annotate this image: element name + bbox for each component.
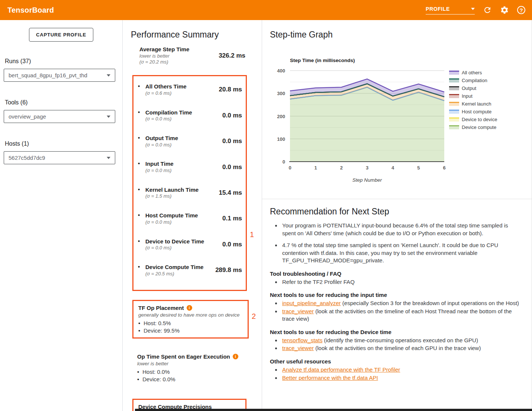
metric-row: Output Time (σ = 0.0 ms) 0.0 ms bbox=[138, 135, 242, 148]
svg-text:Output: Output bbox=[462, 85, 476, 91]
link-tensorflow-stats[interactable]: tensorflow_stats bbox=[282, 337, 322, 343]
svg-text:All others: All others bbox=[462, 70, 482, 75]
annotation-box-2: TF Op Placement generally desired to hav… bbox=[132, 300, 249, 339]
section-heading: Other useful resources bbox=[270, 357, 522, 365]
list-item: Refer to the TF2 Profiler FAQ bbox=[281, 278, 522, 286]
tf-op-placement-note: generally desired to have more ops on de… bbox=[133, 312, 244, 319]
list-item: Device: 99.5% bbox=[133, 327, 244, 334]
hosts-select-value: 5627c5dd7dc9 bbox=[9, 155, 45, 161]
runs-select[interactable]: bert_squad_8gpu_fp16_pvt_thd bbox=[4, 69, 115, 82]
list-item: trace_viewer (look at the activities on … bbox=[281, 308, 522, 323]
metric-row: Kernel Launch Time (σ = 1.5 ms) 15.4 ms bbox=[138, 186, 242, 200]
bullet-icon bbox=[138, 83, 145, 89]
metric-row: Input Time (σ = 0.0 ms) 0.0 ms bbox=[138, 160, 242, 174]
runs-label: Runs (37) bbox=[5, 58, 122, 65]
refresh-icon[interactable] bbox=[483, 6, 492, 14]
metric-row: Host Compute Time (σ = 0.0 ms) 0.1 ms bbox=[138, 212, 242, 225]
svg-text:Host compute: Host compute bbox=[462, 109, 491, 114]
dashboard-selector[interactable]: PROFILE bbox=[426, 6, 475, 14]
svg-text:0: 0 bbox=[288, 165, 291, 171]
metric-row: Device to Device Time (σ = 0.0 ms) 0.0 m… bbox=[138, 238, 242, 251]
performance-summary-title: Performance Summary bbox=[131, 30, 262, 40]
next-section-divider bbox=[135, 409, 532, 411]
performance-summary-panel: Performance Summary Average Step Time lo… bbox=[123, 20, 262, 411]
svg-text:2: 2 bbox=[340, 165, 343, 171]
bullet-icon bbox=[138, 186, 145, 192]
metric-note: lower is better bbox=[139, 53, 219, 59]
list-item: input_pipeline_analyzer (especially Sect… bbox=[281, 300, 522, 307]
svg-text:3: 3 bbox=[366, 165, 368, 171]
svg-text:4: 4 bbox=[391, 165, 394, 171]
step-time-graph-title: Step-time Graph bbox=[270, 30, 532, 40]
svg-text:400: 400 bbox=[277, 68, 285, 74]
tools-select[interactable]: overview_page bbox=[4, 110, 115, 123]
svg-text:5: 5 bbox=[417, 165, 420, 171]
section-heading: Next tools to use for reducing the input… bbox=[270, 291, 522, 299]
app-title: TensorBoard bbox=[7, 6, 54, 14]
bullet-icon bbox=[138, 109, 145, 115]
bullet-icon bbox=[138, 238, 145, 244]
metric-sigma: (σ = 20.2 ms) bbox=[139, 59, 219, 65]
chevron-down-icon bbox=[107, 116, 110, 118]
annotation-number-1: 1 bbox=[250, 230, 254, 239]
list-item: Host: 0.5% bbox=[133, 320, 244, 327]
bullet-icon bbox=[138, 135, 145, 141]
average-step-time-row: Average Step Time lower is better (σ = 2… bbox=[131, 46, 245, 65]
section-heading: Next tools to use for reducing the Devic… bbox=[270, 328, 522, 336]
svg-text:1: 1 bbox=[315, 165, 317, 171]
list-item: Device: 0.0% bbox=[132, 376, 258, 383]
tf-op-placement-title: TF Op Placement bbox=[138, 304, 184, 312]
list-item: tensorflow_stats (identify the time-cons… bbox=[281, 337, 522, 344]
svg-text:6: 6 bbox=[443, 165, 445, 171]
recommendation-section: Recommendation for Next Step Your progra… bbox=[262, 199, 532, 382]
tools-select-value: overview_page bbox=[9, 113, 46, 120]
link-analyze-tfdata-performance[interactable]: Analyze tf.data performance with the TF … bbox=[282, 366, 400, 373]
svg-text:Step Time (in milliseconds): Step Time (in milliseconds) bbox=[290, 58, 355, 63]
list-item: Analyze tf.data performance with the TF … bbox=[281, 366, 522, 374]
annotation-number-2: 2 bbox=[252, 312, 256, 321]
info-icon[interactable] bbox=[187, 305, 192, 311]
eager-title: Op Time Spent on Eager Execution bbox=[137, 353, 230, 360]
metric-row: Compilation Time (σ = 0.0 ms) 0.0 ms bbox=[138, 109, 242, 122]
list-item: Host: 0.0% bbox=[132, 368, 258, 376]
app-header: TensorBoard PROFILE bbox=[0, 0, 532, 20]
gear-icon[interactable] bbox=[500, 6, 509, 14]
bullet-icon bbox=[138, 160, 145, 166]
list-item: Better performance with the tf.data API bbox=[281, 374, 522, 382]
recommendation-bullet: Your program is POTENTIALLY input-bound … bbox=[281, 222, 522, 237]
metric-row: All Others Time (σ = 0.6 ms) 20.8 ms bbox=[138, 83, 242, 96]
svg-text:200: 200 bbox=[277, 114, 285, 119]
svg-text:Input: Input bbox=[462, 93, 473, 99]
recommendation-bullet: 4.7 % of the total step time sampled is … bbox=[281, 242, 522, 265]
hosts-select[interactable]: 5627c5dd7dc9 bbox=[4, 151, 115, 164]
metric-value: 326.2 ms bbox=[219, 52, 245, 59]
step-time-chart: 01002003004000123456Step Time (in millis… bbox=[262, 57, 531, 185]
link-better-performance-tfdata[interactable]: Better performance with the tf.data API bbox=[282, 375, 378, 381]
svg-text:100: 100 bbox=[277, 136, 285, 142]
help-icon[interactable] bbox=[517, 6, 525, 14]
hosts-label: Hosts (1) bbox=[5, 140, 122, 147]
link-input-pipeline-analyzer[interactable]: input_pipeline_analyzer bbox=[282, 300, 341, 306]
capture-profile-button[interactable]: CAPTURE PROFILE bbox=[29, 28, 93, 42]
tools-label: Tools (6) bbox=[5, 99, 122, 106]
info-icon[interactable] bbox=[233, 354, 238, 359]
svg-text:0: 0 bbox=[283, 159, 285, 165]
eager-note: lower is better bbox=[132, 360, 258, 368]
runs-select-value: bert_squad_8gpu_fp16_pvt_thd bbox=[9, 72, 87, 78]
right-panel: Step-time Graph 01002003004000123456Step… bbox=[262, 20, 532, 411]
bullet-icon bbox=[138, 263, 145, 270]
metric-label: Average Step Time bbox=[139, 46, 219, 53]
dashboard-selector-value: PROFILE bbox=[426, 6, 450, 12]
svg-text:Compilation: Compilation bbox=[462, 78, 487, 83]
svg-text:Device compute: Device compute bbox=[462, 124, 496, 130]
chevron-down-icon bbox=[107, 74, 110, 77]
chevron-down-icon bbox=[107, 157, 110, 159]
link-trace-viewer[interactable]: trace_viewer bbox=[282, 345, 314, 351]
annotation-box-1: All Others Time (σ = 0.6 ms) 20.8 ms Com… bbox=[132, 75, 247, 291]
svg-text:Kernel launch: Kernel launch bbox=[462, 101, 491, 107]
section-heading: Tool troubleshooting / FAQ bbox=[270, 270, 522, 278]
step-time-graph-section: Step-time Graph 01002003004000123456Step… bbox=[262, 20, 532, 199]
svg-text:300: 300 bbox=[277, 91, 285, 96]
bullet-icon bbox=[138, 212, 145, 218]
link-trace-viewer[interactable]: trace_viewer bbox=[282, 308, 314, 314]
